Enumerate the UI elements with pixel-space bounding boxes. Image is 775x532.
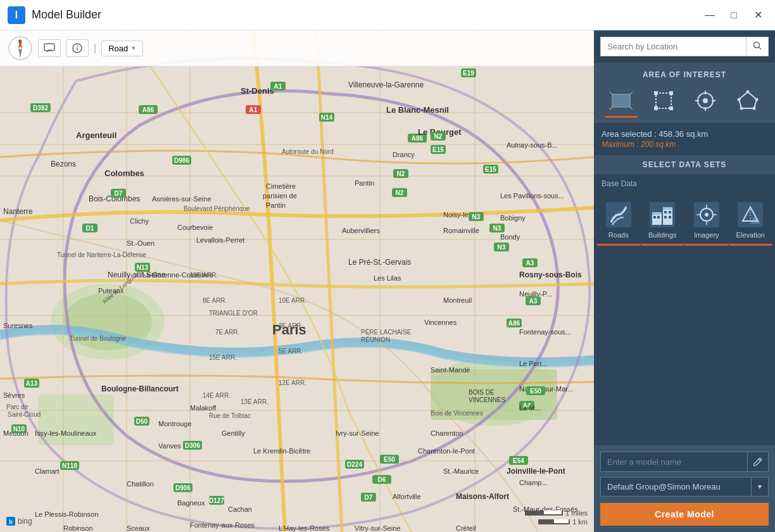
svg-rect-3 xyxy=(38,395,114,445)
map-container[interactable]: A1 E19 D392 A86 A86 Argenteuil Bezons Co… xyxy=(0,30,594,532)
svg-line-196 xyxy=(759,48,762,50)
search-area xyxy=(594,30,775,63)
search-input[interactable] xyxy=(601,37,746,56)
svg-text:Vincennes: Vincennes xyxy=(424,319,457,326)
svg-text:D392: D392 xyxy=(33,104,48,111)
svg-text:Bois de Vincennes: Bois de Vincennes xyxy=(431,410,483,417)
svg-text:D224: D224 xyxy=(347,461,362,468)
svg-text:N: N xyxy=(18,39,22,44)
base-data-tools: Roads xyxy=(594,191,775,251)
svg-text:Aulnay-sous-B...: Aulnay-sous-B... xyxy=(507,141,558,149)
area-selected-text: Area selected : 458.36 sq.km xyxy=(602,129,767,139)
rectangle-select-icon xyxy=(610,89,633,112)
titlebar-controls: — □ ✕ xyxy=(700,6,767,25)
svg-text:D306: D306 xyxy=(185,442,200,449)
base-data-label: Base Data xyxy=(594,174,775,191)
svg-line-201 xyxy=(630,107,633,110)
svg-text:Clamart: Clamart xyxy=(35,467,60,475)
svg-marker-213 xyxy=(739,92,757,108)
svg-text:Autoroute du Nord: Autoroute du Nord xyxy=(282,148,334,155)
aoi-section: AREA OF INTEREST xyxy=(594,63,775,123)
svg-text:Le Pré-St.-Gervais: Le Pré-St.-Gervais xyxy=(348,258,411,267)
comment-button[interactable] xyxy=(38,39,61,57)
svg-text:Cimetière: Cimetière xyxy=(266,182,296,190)
svg-text:D7: D7 xyxy=(365,494,373,501)
data-tool-roads[interactable]: Roads xyxy=(596,196,641,246)
svg-text:E50: E50 xyxy=(384,456,395,463)
svg-text:PÈRE LACHAISE: PÈRE LACHAISE xyxy=(361,328,412,336)
svg-text:Levallois-Perret: Levallois-Perret xyxy=(196,236,244,244)
data-tool-elevation[interactable]: Elevation xyxy=(729,196,773,246)
datasets-title: SELECT DATA SETS xyxy=(594,155,775,174)
svg-point-216 xyxy=(752,107,755,110)
svg-text:D50: D50 xyxy=(136,418,148,425)
compass[interactable]: N xyxy=(8,35,33,61)
main-area: A1 E19 D392 A86 A86 Argenteuil Bezons Co… xyxy=(0,30,775,532)
aoi-box-tool[interactable] xyxy=(647,86,680,118)
pencil-button[interactable] xyxy=(748,452,769,472)
app-icon: I xyxy=(8,6,25,24)
create-model-button[interactable]: Create Model xyxy=(600,503,769,526)
svg-text:Joinville-le-Pont: Joinville-le-Pont xyxy=(507,467,565,476)
svg-rect-197 xyxy=(612,94,630,107)
elevation-icon xyxy=(736,201,764,229)
svg-text:Sceaux: Sceaux xyxy=(127,524,150,532)
svg-text:Ivry-sur-Seine: Ivry-sur-Seine xyxy=(336,429,379,437)
aoi-title: AREA OF INTEREST xyxy=(600,68,769,86)
road-dropdown[interactable]: Road ▼ xyxy=(101,41,143,56)
svg-text:8E ARR.: 8E ARR. xyxy=(203,297,227,304)
scale-km: 1 km xyxy=(572,518,588,526)
aoi-center-tool[interactable] xyxy=(689,86,722,118)
svg-text:D1: D1 xyxy=(86,225,94,232)
bottom-panel: Default Group@Simon Moreau ▼ Create Mode… xyxy=(594,445,775,532)
svg-rect-203 xyxy=(654,91,658,95)
svg-text:Bondy: Bondy xyxy=(500,233,520,241)
svg-text:N14: N14 xyxy=(321,114,333,121)
svg-text:Rue de Tolbiac: Rue de Tolbiac xyxy=(209,412,251,419)
svg-text:Malakoff: Malakoff xyxy=(190,404,217,412)
svg-text:Le Blanc-Mesnil: Le Blanc-Mesnil xyxy=(386,105,449,115)
map-svg: A1 E19 D392 A86 A86 Argenteuil Bezons Co… xyxy=(0,30,594,532)
svg-text:E15: E15 xyxy=(485,166,496,173)
minimize-button[interactable]: — xyxy=(700,6,719,25)
aoi-custom-tool[interactable] xyxy=(731,86,764,118)
svg-rect-222 xyxy=(652,212,662,215)
box-select-icon xyxy=(652,89,675,112)
model-name-input[interactable] xyxy=(600,452,748,472)
svg-text:Charenton: Charenton xyxy=(431,429,463,437)
search-button[interactable] xyxy=(746,37,768,56)
svg-rect-202 xyxy=(656,93,671,108)
data-tool-buildings[interactable]: Buildings xyxy=(641,196,685,246)
svg-text:Romainville: Romainville xyxy=(443,227,479,234)
svg-text:Le Kremlin-Bicêtre: Le Kremlin-Bicêtre xyxy=(253,447,310,455)
svg-text:A1: A1 xyxy=(249,106,258,113)
svg-text:Les Pavillons-sous...: Les Pavillons-sous... xyxy=(500,192,564,200)
svg-line-199 xyxy=(630,92,633,94)
svg-text:Vitry-sur-Seine: Vitry-sur-Seine xyxy=(355,524,401,532)
close-button[interactable]: ✕ xyxy=(748,6,767,25)
svg-text:Bezons: Bezons xyxy=(51,160,76,168)
roads-label: Roads xyxy=(608,231,629,239)
svg-line-200 xyxy=(610,107,612,110)
svg-text:5E ARR.: 5E ARR. xyxy=(279,348,303,355)
group-select[interactable]: Default Group@Simon Moreau xyxy=(600,477,752,497)
svg-text:Boulevard Périphérique: Boulevard Périphérique xyxy=(184,205,250,212)
svg-text:St.-Maurice: St.-Maurice xyxy=(443,467,479,475)
bing-label: bing xyxy=(18,517,32,526)
svg-text:N118: N118 xyxy=(62,462,77,469)
svg-rect-228 xyxy=(669,211,671,213)
app-title: Model Builder xyxy=(32,8,101,22)
imagery-icon xyxy=(693,201,721,229)
svg-text:N3: N3 xyxy=(498,244,506,251)
aoi-rectangle-tool[interactable] xyxy=(605,86,638,118)
svg-text:D127: D127 xyxy=(209,497,224,504)
svg-text:E50: E50 xyxy=(530,388,541,395)
data-tool-imagery[interactable]: Imagery xyxy=(684,196,729,246)
svg-text:Créteil: Créteil xyxy=(456,524,476,532)
svg-text:TRIANGLE D'OR: TRIANGLE D'OR xyxy=(209,310,258,317)
info-button[interactable] xyxy=(66,39,89,57)
svg-text:St-Denis: St-Denis xyxy=(241,86,274,96)
maximize-button[interactable]: □ xyxy=(724,6,743,25)
bing-badge: b bing xyxy=(6,517,32,526)
right-panel: AREA OF INTEREST xyxy=(594,30,775,532)
